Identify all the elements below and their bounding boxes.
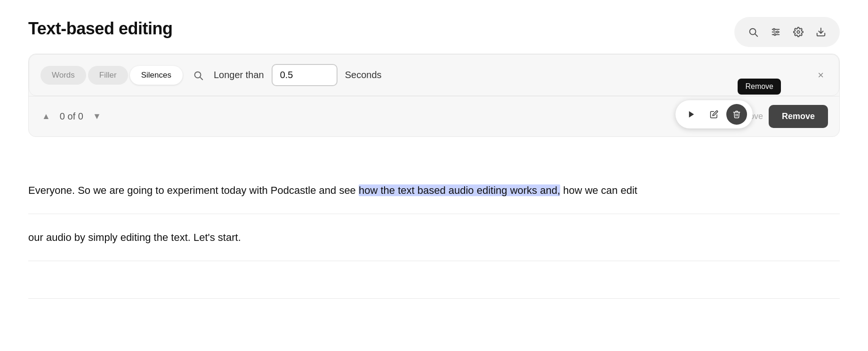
- filter-bar: Words Filler Silences Longer than Second…: [29, 54, 839, 96]
- tab-group: Words Filler Silences: [40, 66, 183, 85]
- svg-point-8: [797, 31, 800, 33]
- filter-panel: Words Filler Silences Longer than Second…: [28, 54, 840, 137]
- close-filter-button[interactable]: ×: [814, 67, 828, 83]
- empty-block: [28, 261, 840, 299]
- seconds-label: Seconds: [345, 70, 382, 80]
- highlighted-text: how the text based audio editing works a…: [359, 184, 560, 196]
- results-bar: ▲ 0 of 0 ▼ Remove: [29, 96, 839, 136]
- page-title: Text-based editing: [28, 19, 840, 39]
- download-icon-button[interactable]: [812, 23, 830, 41]
- main-content: Everyone. So we are going to experiment …: [0, 167, 868, 299]
- mini-action-bar: [675, 100, 753, 128]
- remove-button[interactable]: Remove: [769, 105, 828, 128]
- prev-result-button[interactable]: ▲: [40, 110, 52, 123]
- svg-marker-12: [689, 111, 694, 118]
- search-icon-button[interactable]: [744, 23, 763, 41]
- settings-icon-button[interactable]: [789, 23, 808, 41]
- tab-words[interactable]: Words: [40, 66, 86, 85]
- content-text-1: Everyone. So we are going to experiment …: [28, 182, 840, 199]
- content-block-1: Everyone. So we are going to experiment …: [28, 167, 840, 214]
- remove-tooltip: Remove: [738, 79, 781, 95]
- content-text-2: our audio by simply editing the text. Le…: [28, 229, 840, 246]
- tab-silences[interactable]: Silences: [130, 66, 183, 85]
- content-block-2: our audio by simply editing the text. Le…: [28, 214, 840, 261]
- svg-point-6: [777, 31, 779, 33]
- remove-section: Remove: [731, 105, 828, 128]
- edit-action-button[interactable]: [704, 104, 724, 125]
- next-result-button[interactable]: ▼: [91, 110, 103, 123]
- svg-point-7: [774, 34, 776, 36]
- result-count: 0 of 0: [60, 111, 83, 122]
- tab-filler[interactable]: Filler: [88, 66, 128, 85]
- filter-icon-button[interactable]: [766, 23, 785, 41]
- longer-than-label: Longer than: [214, 70, 264, 80]
- seconds-input[interactable]: [272, 64, 338, 86]
- svg-line-11: [200, 77, 202, 80]
- svg-line-1: [755, 34, 757, 36]
- navigation-group: ▲ 0 of 0 ▼: [40, 110, 103, 123]
- play-action-button[interactable]: [681, 104, 702, 125]
- header-toolbar: [734, 17, 840, 47]
- svg-point-5: [773, 29, 775, 31]
- delete-action-button[interactable]: [726, 104, 747, 125]
- search-filter-icon[interactable]: [190, 67, 206, 83]
